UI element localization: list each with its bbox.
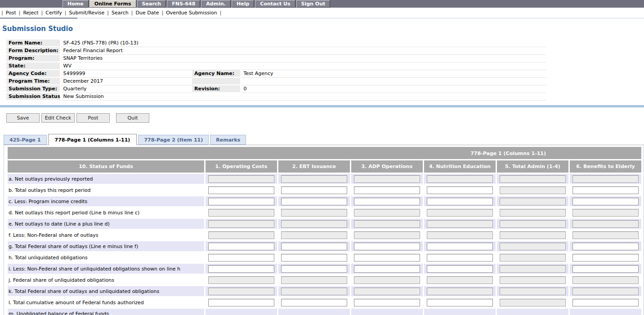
grid-cell [497, 174, 568, 184]
input-row-b-col-1[interactable] [208, 186, 274, 194]
input-row-g-col-1[interactable] [208, 243, 274, 250]
input-row-g-col-4[interactable] [427, 243, 493, 250]
input-row-k-col-5 [500, 288, 566, 295]
edit-check-button[interactable]: Edit Check [41, 113, 75, 123]
top-nav-home[interactable]: Home [63, 0, 89, 8]
grid-cell [278, 286, 350, 296]
action-link-search[interactable]: Search [112, 10, 129, 16]
tab-778-page-2-item-11[interactable]: 778-Page 2 (Item 11) [138, 135, 209, 145]
grid-cell [351, 297, 423, 307]
input-row-l-col-3[interactable] [354, 299, 420, 306]
col-header-6-benefits-to-elderly: 6. Benefits to Elderly [570, 160, 641, 173]
grid-cell [424, 196, 496, 206]
top-nav-help[interactable]: Help [232, 0, 254, 8]
row-label-a: a. Net outlays previously reported [8, 174, 204, 184]
quit-button[interactable]: Quit [116, 113, 149, 123]
input-row-c-col-1[interactable] [208, 198, 274, 205]
grid-cell [278, 275, 350, 285]
action-nav-separator: | [220, 10, 222, 16]
input-row-c-col-4[interactable] [427, 198, 493, 205]
input-row-b-col-2[interactable] [281, 186, 347, 194]
info-label2 [192, 77, 241, 85]
grid-title-cell: 778-Page 1 (Columns 1-11) [8, 147, 641, 159]
input-row-c-col-6[interactable] [572, 198, 639, 205]
input-row-i-col-2[interactable] [281, 265, 347, 273]
grid-cell [424, 264, 496, 274]
action-link-reject[interactable]: Reject [23, 10, 38, 16]
nav-divider-segment [0, 18, 77, 19]
action-link-submit-revise[interactable]: Submit/Revise [69, 10, 105, 16]
info-row: Program:SNAP Territories [6, 54, 546, 62]
input-row-k-col-4 [427, 288, 493, 295]
action-link-post[interactable]: Post [6, 10, 16, 16]
grid-cell [278, 264, 350, 274]
info-label: Form Description: [6, 47, 60, 54]
input-row-a-col-2 [281, 175, 347, 183]
grid-cell [570, 297, 641, 307]
top-nav-sign-out[interactable]: Sign Out [296, 0, 331, 8]
input-row-l-col-6[interactable] [572, 299, 639, 306]
input-row-c-col-3[interactable] [354, 198, 420, 205]
input-row-b-col-3[interactable] [354, 186, 420, 194]
input-row-l-col-2[interactable] [281, 299, 347, 306]
input-row-i-col-4[interactable] [427, 265, 493, 273]
tab-remarks[interactable]: Remarks [210, 135, 246, 145]
top-nav-search[interactable]: Search [137, 0, 166, 8]
grid-row-g: g. Total Federal share of outlays (Line … [8, 241, 641, 251]
input-row-d-col-4 [427, 209, 493, 217]
action-link-overdue-submission[interactable]: Overdue Submission [166, 10, 217, 16]
input-row-h-col-6[interactable] [572, 254, 639, 262]
top-nav-admin[interactable]: Admin. [201, 0, 231, 8]
grid-cell [206, 286, 277, 296]
input-row-h-col-4[interactable] [427, 254, 493, 262]
row-label-d: d. Net outlays this report period (Line … [8, 208, 204, 217]
input-row-e-col-3 [354, 220, 420, 228]
info-label: Submission Status: [6, 93, 60, 100]
grid-cell [351, 196, 423, 206]
input-row-i-col-6[interactable] [572, 265, 639, 273]
input-row-h-col-5 [500, 254, 566, 262]
input-row-a-col-5 [500, 175, 566, 183]
top-nav-fns-648[interactable]: FNS-648 [167, 0, 200, 8]
post-button[interactable]: Post [76, 113, 110, 123]
info-row: Form Name:SF-425 (FNS-778) (PR) (10-13) [6, 40, 546, 47]
input-row-g-col-5 [500, 243, 566, 250]
save-button[interactable]: Save [6, 113, 40, 123]
input-row-g-col-3[interactable] [354, 243, 420, 250]
grid-cell [424, 309, 496, 315]
action-link-due-date[interactable]: Due Date [135, 10, 159, 16]
input-row-h-col-3[interactable] [354, 254, 420, 262]
grid-cell [351, 264, 423, 274]
input-row-l-col-1[interactable] [208, 299, 274, 306]
tab-778-page-1-columns-1-11[interactable]: 778-Page 1 (Columns 1-11) [48, 134, 137, 145]
info-value: 5499999 [60, 70, 192, 77]
grid-cell [570, 196, 641, 206]
grid-cell [570, 208, 641, 217]
grid-cell [206, 230, 277, 240]
input-row-e-col-2 [281, 220, 347, 228]
grid-row-b: b. Total outlays this report period [8, 185, 641, 195]
toolbar: SaveEdit CheckPostQuit [6, 113, 644, 123]
input-row-i-col-1[interactable] [208, 265, 274, 273]
input-row-b-col-6[interactable] [572, 186, 639, 194]
input-row-b-col-4[interactable] [427, 186, 493, 194]
action-link-certify[interactable]: Certify [45, 10, 62, 16]
input-row-c-col-2[interactable] [281, 198, 347, 205]
input-row-l-col-4[interactable] [427, 299, 493, 306]
input-row-i-col-3[interactable] [354, 265, 420, 273]
grid-row-d: d. Net outlays this report period (Line … [8, 208, 641, 217]
top-nav-online-forms[interactable]: Online Forms [89, 0, 136, 8]
input-row-h-col-1[interactable] [208, 254, 274, 262]
input-row-c-col-5 [500, 198, 566, 205]
tab-425-page-1[interactable]: 425-Page 1 [4, 135, 47, 145]
grid-cell [497, 286, 568, 296]
info-value: Federal Financial Report [60, 47, 546, 54]
input-row-h-col-2[interactable] [281, 254, 347, 262]
input-row-g-col-2[interactable] [281, 243, 347, 250]
grid-cell [206, 241, 277, 251]
grid-cell [278, 219, 350, 229]
top-nav-contact-us[interactable]: Contact Us [255, 0, 295, 8]
grid-cell [206, 196, 277, 206]
grid-cell [424, 286, 496, 296]
input-row-g-col-6[interactable] [572, 243, 639, 250]
